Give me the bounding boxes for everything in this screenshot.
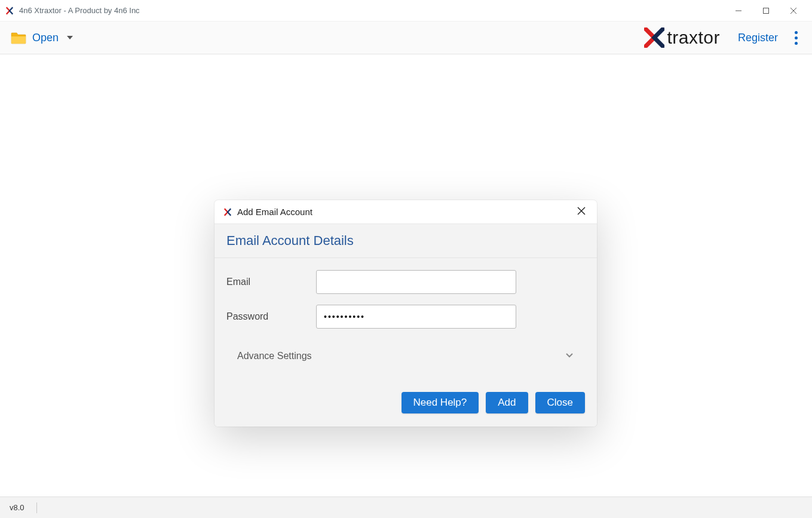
dropdown-caret-icon	[67, 36, 73, 39]
add-email-dialog: Add Email Account Email Account Details …	[215, 200, 597, 427]
dialog-body: Email Password Advance Settings	[215, 258, 597, 379]
chevron-down-icon	[565, 350, 574, 362]
dialog-title: Add Email Account	[237, 207, 312, 217]
advance-settings-toggle[interactable]: Advance Settings	[226, 339, 585, 367]
dialog-subtitle-bar: Email Account Details	[215, 224, 597, 258]
folder-icon	[11, 31, 26, 44]
dialog-icon	[223, 207, 232, 217]
app-icon	[5, 6, 14, 16]
password-input[interactable]	[316, 305, 516, 329]
status-bar: v8.0	[0, 496, 812, 518]
email-label: Email	[226, 277, 316, 287]
close-window-button[interactable]	[780, 2, 807, 20]
maximize-button[interactable]	[752, 2, 780, 20]
kebab-dot-icon	[795, 42, 798, 45]
close-button[interactable]: Close	[535, 392, 585, 413]
main-toolbar: Open traxtor Register	[0, 22, 812, 54]
password-row: Password	[226, 305, 585, 329]
window-title: 4n6 Xtraxtor - A Product by 4n6 Inc	[19, 6, 140, 15]
svg-rect-1	[764, 8, 769, 13]
kebab-dot-icon	[795, 31, 798, 34]
window-controls	[725, 2, 807, 20]
kebab-dot-icon	[795, 36, 798, 39]
password-label: Password	[226, 311, 316, 322]
brand-text: traxtor	[667, 27, 720, 48]
content-area: Add Email Account Email Account Details …	[0, 54, 812, 496]
email-row: Email	[226, 270, 585, 294]
need-help-button[interactable]: Need Help?	[402, 392, 479, 413]
add-button[interactable]: Add	[486, 392, 528, 413]
brand-logo: traxtor	[644, 27, 720, 48]
dialog-footer: Need Help? Add Close	[215, 379, 597, 427]
more-menu-button[interactable]	[791, 27, 801, 48]
version-label: v8.0	[10, 503, 24, 512]
dialog-close-button[interactable]	[574, 204, 589, 220]
dialog-header: Add Email Account	[215, 200, 597, 224]
minimize-button[interactable]	[725, 2, 752, 20]
statusbar-divider	[36, 502, 37, 513]
window-titlebar: 4n6 Xtraxtor - A Product by 4n6 Inc	[0, 0, 812, 22]
brand-x-icon	[644, 27, 664, 48]
open-button[interactable]: Open	[11, 31, 73, 44]
email-input[interactable]	[316, 270, 516, 294]
open-button-label: Open	[32, 32, 59, 44]
register-link[interactable]: Register	[738, 32, 778, 44]
dialog-subtitle: Email Account Details	[226, 233, 585, 249]
advance-settings-label: Advance Settings	[237, 351, 312, 361]
